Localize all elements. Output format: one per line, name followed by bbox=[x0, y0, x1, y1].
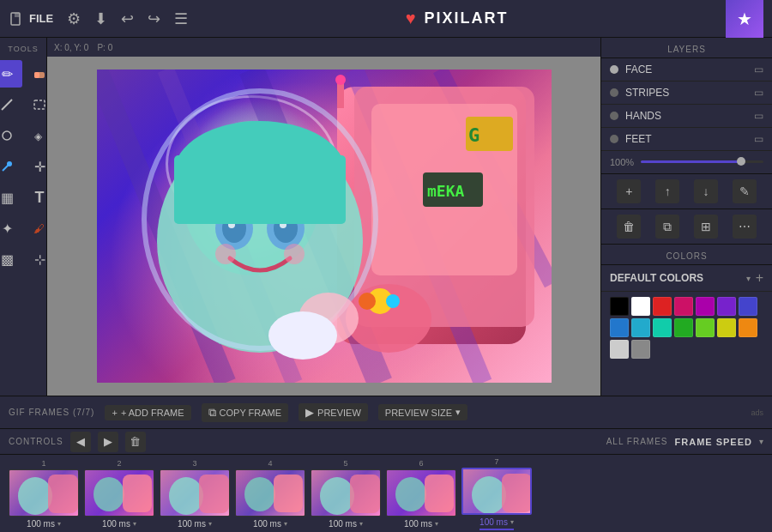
swatch-cyan-dark[interactable] bbox=[631, 318, 650, 337]
swatch-violet[interactable] bbox=[717, 297, 736, 316]
xy-coords: X: 0, Y: 0 bbox=[54, 43, 88, 52]
frame-5[interactable]: 5 100 ms▾ bbox=[311, 459, 381, 529]
frame-thumb-1[interactable] bbox=[9, 469, 79, 517]
swatch-purple[interactable] bbox=[696, 297, 715, 316]
colors-title: COLORS bbox=[601, 245, 772, 265]
frame-6[interactable]: 6 100 ms▾ bbox=[386, 459, 456, 529]
main-area: TOOLS ✏ ◈ ✛ bbox=[0, 38, 772, 396]
svg-rect-48 bbox=[199, 475, 229, 513]
swatch-white[interactable] bbox=[631, 297, 650, 316]
svg-point-34 bbox=[284, 244, 305, 264]
color-swatches bbox=[601, 292, 772, 364]
preview-btn[interactable]: ▶ PREVIEW bbox=[299, 403, 368, 421]
svg-rect-44 bbox=[48, 475, 78, 513]
layer-vis-hands[interactable]: ▭ bbox=[754, 110, 763, 122]
copy-frame-btn[interactable]: ⧉ COPY FRAME bbox=[202, 403, 289, 422]
add-frame-btn[interactable]: + + ADD FRAME bbox=[105, 405, 190, 420]
file-menu[interactable]: FILE bbox=[9, 11, 53, 27]
layer-vis-stripes[interactable]: ▭ bbox=[754, 87, 763, 99]
swatch-gray[interactable] bbox=[631, 340, 650, 359]
frame-1[interactable]: 1 100 ms▾ bbox=[9, 459, 79, 529]
layer-copy-btn[interactable]: ⧉ bbox=[655, 215, 679, 239]
star-icon: ★ bbox=[737, 9, 752, 29]
frame-thumb-5[interactable] bbox=[311, 469, 381, 517]
frame-4[interactable]: 4 100 ms▾ bbox=[235, 459, 305, 529]
frame-controls-bar: CONTROLS ◀ ▶ 🗑 ALL FRAMES FRAME SPEED ▾ bbox=[0, 429, 772, 455]
pixel-canvas[interactable]: mEKA G bbox=[97, 70, 552, 383]
swatch-teal[interactable] bbox=[653, 318, 672, 337]
swatch-lime[interactable] bbox=[696, 318, 715, 337]
frame-thumb-7[interactable] bbox=[461, 468, 532, 515]
add-icon: + bbox=[112, 408, 117, 418]
settings-icon[interactable]: ⚙ bbox=[67, 9, 81, 28]
pencil-tool[interactable]: ✏ bbox=[0, 60, 22, 88]
prev-frame-btn[interactable]: ◀ bbox=[70, 432, 91, 452]
swatch-lightblue[interactable] bbox=[610, 318, 629, 337]
dither-tool[interactable]: ▩ bbox=[0, 245, 22, 273]
svg-rect-3 bbox=[34, 72, 39, 78]
swatch-yellow[interactable] bbox=[717, 318, 736, 337]
swatch-orange[interactable] bbox=[739, 318, 757, 337]
layer-name-face: FACE bbox=[625, 63, 747, 76]
layer-row-face[interactable]: FACE ▭ bbox=[601, 58, 772, 82]
delete-frame-btn[interactable]: 🗑 bbox=[125, 432, 146, 452]
svg-rect-50 bbox=[274, 475, 303, 512]
frame-thumb-6[interactable] bbox=[386, 469, 456, 517]
swatch-red[interactable] bbox=[653, 297, 672, 316]
layer-down-btn[interactable]: ↓ bbox=[694, 179, 718, 203]
layer-row-hands[interactable]: HANDS ▭ bbox=[601, 105, 772, 128]
frame-thumb-4[interactable] bbox=[235, 469, 305, 517]
svg-rect-54 bbox=[425, 475, 454, 512]
file-label: FILE bbox=[29, 12, 53, 25]
star-button[interactable]: ★ bbox=[726, 0, 763, 38]
next-frame-btn[interactable]: ▶ bbox=[98, 432, 118, 452]
frame-thumb-3[interactable] bbox=[160, 469, 230, 517]
menu-icon[interactable]: ☰ bbox=[174, 9, 188, 28]
line-tool[interactable] bbox=[0, 91, 22, 118]
color-picker-tool[interactable] bbox=[0, 153, 22, 180]
swatch-blue[interactable] bbox=[739, 297, 757, 316]
layer-edit-btn[interactable]: ✎ bbox=[733, 179, 757, 203]
layer-delete-btn[interactable]: 🗑 bbox=[617, 215, 641, 239]
redo-icon[interactable]: ↪ bbox=[148, 9, 160, 28]
layer-row-feet[interactable]: FEET ▭ bbox=[601, 128, 772, 151]
frame-3[interactable]: 3 100 ms▾ bbox=[160, 459, 230, 529]
frame-thumb-2[interactable] bbox=[84, 469, 154, 517]
download-icon[interactable]: ⬇ bbox=[94, 9, 107, 28]
swatch-black[interactable] bbox=[610, 297, 629, 316]
add-color-btn[interactable]: + bbox=[756, 270, 763, 286]
frame-7[interactable]: 7 100 ms ▾ bbox=[461, 457, 532, 530]
grid-tool[interactable]: ▦ bbox=[0, 184, 22, 211]
frame-speed-arrow[interactable]: ▾ bbox=[759, 437, 763, 446]
wand-tool[interactable]: ✦ bbox=[0, 215, 22, 242]
all-frames-btn[interactable]: ALL FRAMES bbox=[606, 437, 668, 446]
layer-up-btn[interactable]: ↑ bbox=[655, 179, 679, 203]
svg-text:◈: ◈ bbox=[34, 130, 43, 142]
swatch-lightgray[interactable] bbox=[610, 340, 629, 359]
layer-row-stripes[interactable]: STRIPES ▭ bbox=[601, 82, 772, 105]
swatch-green[interactable] bbox=[674, 318, 693, 337]
circle-tool[interactable] bbox=[0, 122, 22, 149]
svg-point-55 bbox=[472, 476, 506, 514]
preview-size-label: PREVIEW SIZE bbox=[385, 408, 452, 418]
layer-dot-face bbox=[610, 65, 618, 74]
layer-name-stripes: STRIPES bbox=[625, 87, 747, 99]
svg-text:🖌: 🖌 bbox=[33, 222, 45, 235]
layer-vis-face[interactable]: ▭ bbox=[754, 63, 763, 76]
layer-vis-feet[interactable]: ▭ bbox=[754, 133, 763, 145]
layer-add-btn[interactable]: + bbox=[617, 179, 641, 203]
frames-strip: 1 100 ms▾ 2 100 ms▾ 3 100 ms▾ 4 100 bbox=[0, 455, 772, 532]
svg-rect-5 bbox=[34, 100, 45, 109]
gif-frames-label: GIF FRAMES (7/7) bbox=[9, 408, 94, 417]
opacity-row: 100% bbox=[601, 151, 772, 174]
canvas-container[interactable]: mEKA G bbox=[47, 57, 600, 396]
layer-more-btn[interactable]: ⋯ bbox=[733, 215, 757, 239]
swatch-pink[interactable] bbox=[674, 297, 693, 316]
undo-icon[interactable]: ↩ bbox=[121, 9, 134, 28]
copy-icon: ⧉ bbox=[208, 406, 216, 420]
palette-dropdown-arrow[interactable]: ▾ bbox=[746, 274, 751, 283]
svg-point-42 bbox=[335, 75, 346, 85]
frame-2[interactable]: 2 100 ms▾ bbox=[84, 459, 154, 529]
layer-merge-btn[interactable]: ⊞ bbox=[694, 215, 718, 239]
preview-size-btn[interactable]: PREVIEW SIZE ▾ bbox=[378, 404, 467, 420]
